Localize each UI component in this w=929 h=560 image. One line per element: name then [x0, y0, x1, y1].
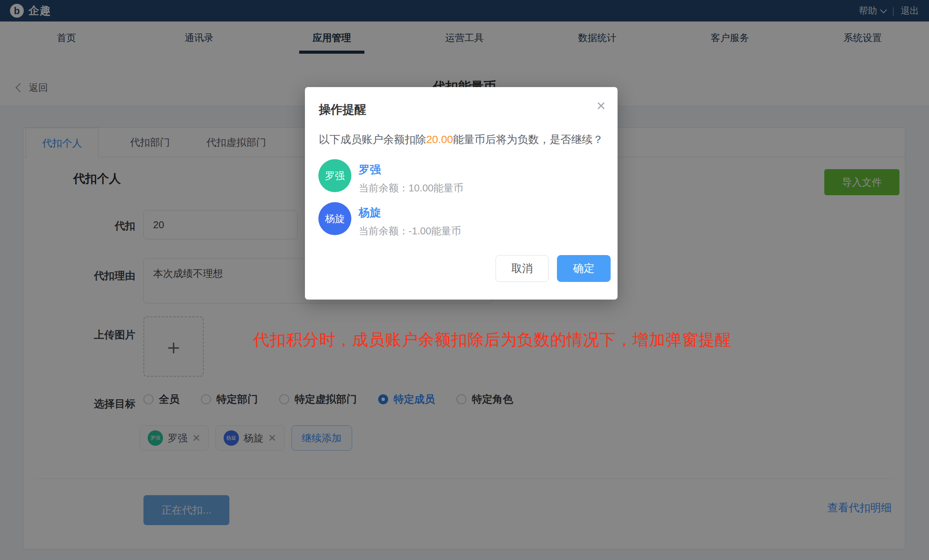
modal-title: 操作提醒 — [319, 102, 366, 118]
message-prefix: 以下成员账户余额扣除 — [319, 133, 426, 145]
app-root: b 企趣 帮助 | 退出 首页 通讯录 应用管理 运营工具 数据统计 客户服务 … — [0, 0, 929, 560]
modal-message: 以下成员账户余额扣除20.00能量币后将为负数，是否继续？ — [319, 132, 603, 147]
member-balance: 当前余额：-1.00能量币 — [359, 224, 461, 238]
deduct-amount-highlight: 20.00 — [426, 133, 453, 145]
close-icon[interactable]: ✕ — [595, 99, 608, 114]
message-suffix: 能量币后将为负数，是否继续？ — [453, 133, 603, 145]
cancel-button[interactable]: 取消 — [496, 255, 549, 282]
avatar: 罗强 — [318, 159, 351, 192]
member-name-link[interactable]: 杨旋 — [359, 205, 381, 221]
red-annotation-text: 代扣积分时，成员账户余额扣除后为负数的情况下，增加弹窗提醒 — [253, 329, 731, 351]
member-balance: 当前余额：10.00能量币 — [359, 181, 463, 195]
member-name-link[interactable]: 罗强 — [359, 162, 381, 178]
operation-alert-modal: 操作提醒 ✕ 以下成员账户余额扣除20.00能量币后将为负数，是否继续？ 罗强 … — [305, 87, 618, 300]
confirm-button[interactable]: 确定 — [557, 255, 611, 282]
avatar: 杨旋 — [318, 202, 351, 235]
